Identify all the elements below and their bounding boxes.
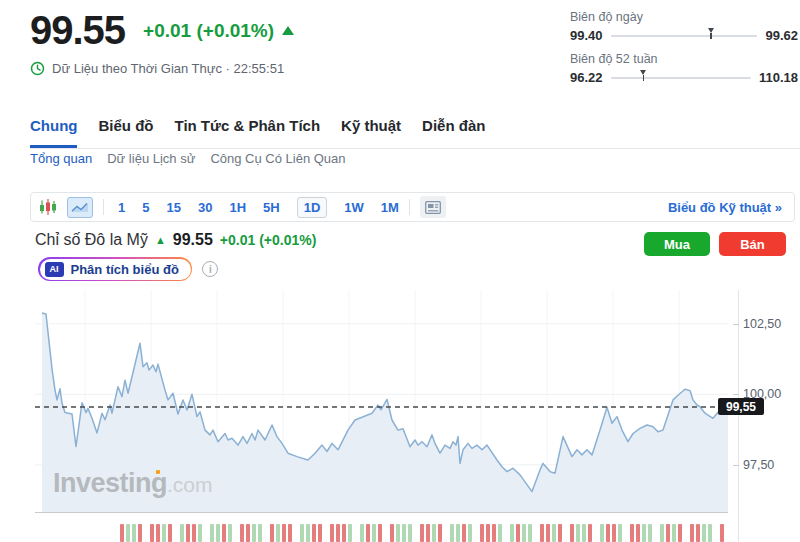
volume-bar-green bbox=[552, 524, 556, 542]
subtab-dữ-liệu-lịch-sử[interactable]: Dữ liệu Lịch sử bbox=[107, 151, 195, 166]
volume-bar-green bbox=[258, 524, 262, 542]
volume-bar-red bbox=[120, 524, 124, 542]
volume-bar-red bbox=[150, 524, 154, 542]
volume-bar-red bbox=[246, 524, 250, 542]
timeframe-1d[interactable]: 1D bbox=[297, 197, 328, 218]
volume-bar-red bbox=[480, 524, 484, 542]
volume-bar-red bbox=[516, 524, 520, 542]
volume-bar-green bbox=[162, 524, 166, 542]
volume-bar-green bbox=[132, 524, 136, 542]
volume-bar-red bbox=[558, 524, 562, 542]
volume-bar-red bbox=[666, 524, 670, 542]
timeframe-15[interactable]: 15 bbox=[166, 200, 180, 215]
range-low: 96.22 bbox=[570, 70, 603, 85]
instrument-overview-page: 99.55 +0.01 (+0.01%) Dữ Liệu theo Thời G… bbox=[0, 0, 800, 542]
volume-bar-red bbox=[570, 524, 574, 542]
volume-bar-green bbox=[216, 524, 220, 542]
timeframe-5[interactable]: 5 bbox=[142, 200, 149, 215]
current-price-tag: 99,55 bbox=[718, 398, 764, 415]
volume-bar-green bbox=[432, 524, 436, 542]
volume-bar-green bbox=[198, 524, 202, 542]
volume-bar-green bbox=[498, 524, 502, 542]
timeframe-1[interactable]: 1 bbox=[118, 200, 125, 215]
volume-bar-green bbox=[600, 524, 604, 542]
price-change-text: +0.01 (+0.01%) bbox=[143, 20, 274, 42]
volume-bar-red bbox=[612, 524, 616, 542]
range-block-1: Biên độ 52 tuần 96.22 110.18 bbox=[570, 52, 798, 85]
sub-tabs: Tổng quanDữ liệu Lịch sửCông Cụ Có Liên … bbox=[30, 151, 346, 166]
chart-toolbar: 1515301H5H1D1W1M Biểu đồ Kỹ thuật » bbox=[30, 192, 795, 222]
range-label: Biên độ ngày bbox=[570, 10, 798, 24]
instrument-up-arrow-icon: ▲ bbox=[155, 234, 166, 246]
volume-bar-green bbox=[708, 524, 712, 542]
volume-bar-red bbox=[138, 524, 142, 542]
volume-bar-red bbox=[156, 524, 160, 542]
candlestick-chart-icon[interactable] bbox=[39, 198, 57, 216]
volume-bar-red bbox=[546, 524, 550, 542]
tab-diễn-đàn[interactable]: Diễn đàn bbox=[422, 113, 485, 148]
volume-bar-red bbox=[492, 524, 496, 542]
timeframe-5h[interactable]: 5H bbox=[263, 200, 280, 215]
sell-button[interactable]: Bán bbox=[719, 232, 786, 256]
volume-bar-green bbox=[210, 524, 214, 542]
subtab-công-cụ-có-liên-quan[interactable]: Công Cụ Có Liên Quan bbox=[210, 151, 345, 166]
area-chart-icon[interactable] bbox=[67, 197, 93, 218]
ai-analyze-chart-button[interactable]: AI Phân tích biểu đồ bbox=[38, 257, 192, 281]
volume-bar-green bbox=[276, 524, 280, 542]
volume-bar-green bbox=[306, 524, 310, 542]
range-track bbox=[611, 35, 758, 37]
range-marker-icon bbox=[639, 70, 648, 81]
volume-bar-green bbox=[360, 524, 364, 542]
y-tick-label: 102,50 bbox=[743, 317, 781, 331]
timeframe-30[interactable]: 30 bbox=[198, 200, 212, 215]
timeframe-1m[interactable]: 1M bbox=[381, 200, 399, 215]
volume-bar-red bbox=[588, 524, 592, 542]
volume-bar-red bbox=[168, 524, 172, 542]
volume-bar-red bbox=[426, 524, 430, 542]
volume-bar-red bbox=[378, 524, 382, 542]
volume-bar-green bbox=[456, 524, 460, 542]
instrument-price: 99.55 bbox=[173, 231, 213, 249]
volume-bar-green bbox=[372, 524, 376, 542]
volume-bar-red bbox=[486, 524, 490, 542]
tab-kỹ-thuật[interactable]: Kỹ thuật bbox=[341, 113, 401, 148]
volume-bars-strip bbox=[120, 524, 726, 542]
news-layout-icon[interactable] bbox=[420, 196, 446, 218]
volume-bar-red bbox=[282, 524, 286, 542]
range-block-0: Biên độ ngày 99.40 99.62 bbox=[570, 10, 798, 43]
volume-bar-green bbox=[252, 524, 256, 542]
volume-bar-red bbox=[696, 524, 700, 542]
volume-bar-red bbox=[366, 524, 370, 542]
tab-chung[interactable]: Chung bbox=[30, 113, 77, 148]
subtab-tổng-quan[interactable]: Tổng quan bbox=[30, 151, 92, 166]
range-high: 99.62 bbox=[765, 28, 798, 43]
technical-chart-link[interactable]: Biểu đồ Kỹ thuật » bbox=[668, 200, 782, 215]
current-price: 99.55 bbox=[30, 8, 125, 53]
tab-tin-tức-&-phân-tích[interactable]: Tin Tức & Phân Tích bbox=[174, 113, 320, 148]
up-triangle-icon bbox=[282, 26, 294, 35]
info-icon[interactable]: i bbox=[202, 261, 218, 277]
range-marker-icon bbox=[706, 28, 715, 39]
volume-bar-red bbox=[630, 524, 634, 542]
volume-bar-green bbox=[660, 524, 664, 542]
volume-bar-red bbox=[240, 524, 244, 542]
volume-bar-green bbox=[642, 524, 646, 542]
tab-biểu-đồ[interactable]: Biểu đồ bbox=[98, 113, 153, 148]
buy-button[interactable]: Mua bbox=[644, 232, 710, 256]
toolbar-divider bbox=[409, 199, 410, 215]
volume-bar-green bbox=[402, 524, 406, 542]
instrument-name: Chỉ số Đô la Mỹ bbox=[35, 231, 148, 249]
timeframe-1w[interactable]: 1W bbox=[344, 200, 364, 215]
volume-bar-green bbox=[702, 524, 706, 542]
timeframe-1h[interactable]: 1H bbox=[229, 200, 246, 215]
price-chart[interactable]: Investing .com bbox=[35, 290, 728, 513]
volume-bar-red bbox=[318, 524, 322, 542]
range-high: 110.18 bbox=[759, 70, 798, 85]
volume-bar-red bbox=[336, 524, 340, 542]
range-label: Biên độ 52 tuần bbox=[570, 52, 798, 66]
volume-bar-red bbox=[462, 524, 466, 542]
main-tabs: ChungBiểu đồTin Tức & Phân TíchKỹ thuậtD… bbox=[30, 113, 800, 149]
volume-bar-green bbox=[300, 524, 304, 542]
volume-bar-red bbox=[270, 524, 274, 542]
volume-bar-red bbox=[690, 524, 694, 542]
